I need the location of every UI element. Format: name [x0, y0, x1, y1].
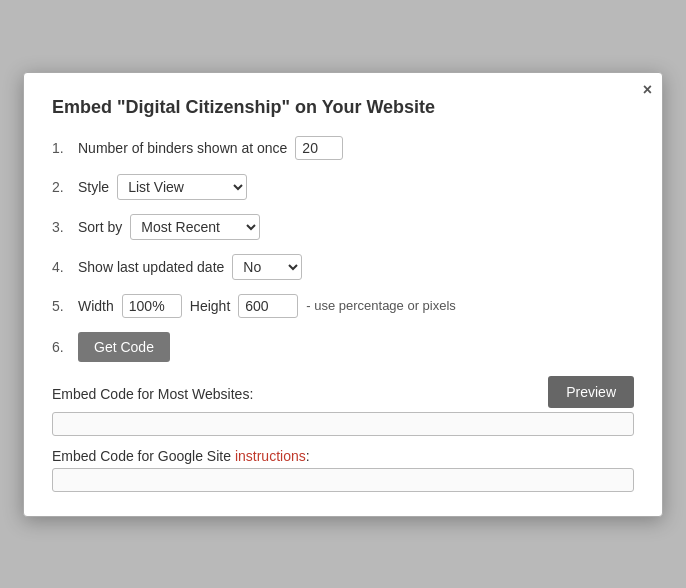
google-site-suffix: : — [306, 448, 310, 464]
getcode-row: 6. Get Code — [52, 332, 634, 362]
row-num-1: 1. — [52, 140, 70, 156]
binders-label: Number of binders shown at once — [78, 140, 287, 156]
google-site-prefix: Embed Code for Google Site — [52, 448, 235, 464]
row-num-5: 5. — [52, 298, 70, 314]
embed-google-label: Embed Code for Google Site instructions: — [52, 448, 634, 464]
showdate-label: Show last updated date — [78, 259, 224, 275]
row-num-2: 2. — [52, 179, 70, 195]
style-row: 2. Style List View Grid View — [52, 174, 634, 200]
binders-row: 1. Number of binders shown at once — [52, 136, 634, 160]
row-num-6: 6. — [52, 339, 70, 355]
get-code-button[interactable]: Get Code — [78, 332, 170, 362]
pixel-note: - use percentage or pixels — [306, 298, 456, 313]
embed-most-input[interactable] — [52, 412, 634, 436]
dialog-title: Embed "Digital Citizenship" on Your Webs… — [52, 97, 634, 118]
embed-dialog: × Embed "Digital Citizenship" on Your We… — [23, 72, 663, 517]
height-label: Height — [190, 298, 230, 314]
width-input[interactable] — [122, 294, 182, 318]
embed-google-input[interactable] — [52, 468, 634, 492]
style-label: Style — [78, 179, 109, 195]
sortby-label: Sort by — [78, 219, 122, 235]
embed-most-section: Embed Code for Most Websites: Preview — [52, 376, 634, 436]
showdate-row: 4. Show last updated date No Yes — [52, 254, 634, 280]
close-button[interactable]: × — [643, 81, 652, 99]
sortby-row: 3. Sort by Most Recent Alphabetical Date… — [52, 214, 634, 240]
dimensions-row: 5. Width Height - use percentage or pixe… — [52, 294, 634, 318]
width-label: Width — [78, 298, 114, 314]
showdate-select[interactable]: No Yes — [232, 254, 302, 280]
sortby-select[interactable]: Most Recent Alphabetical Date Created — [130, 214, 260, 240]
row-num-3: 3. — [52, 219, 70, 235]
style-select[interactable]: List View Grid View — [117, 174, 247, 200]
row-num-4: 4. — [52, 259, 70, 275]
preview-button[interactable]: Preview — [548, 376, 634, 408]
embed-most-header: Embed Code for Most Websites: Preview — [52, 376, 634, 408]
embed-google-section: Embed Code for Google Site instructions: — [52, 448, 634, 492]
height-input[interactable] — [238, 294, 298, 318]
embed-most-label: Embed Code for Most Websites: — [52, 386, 253, 402]
binders-input[interactable] — [295, 136, 343, 160]
instructions-link[interactable]: instructions — [235, 448, 306, 464]
